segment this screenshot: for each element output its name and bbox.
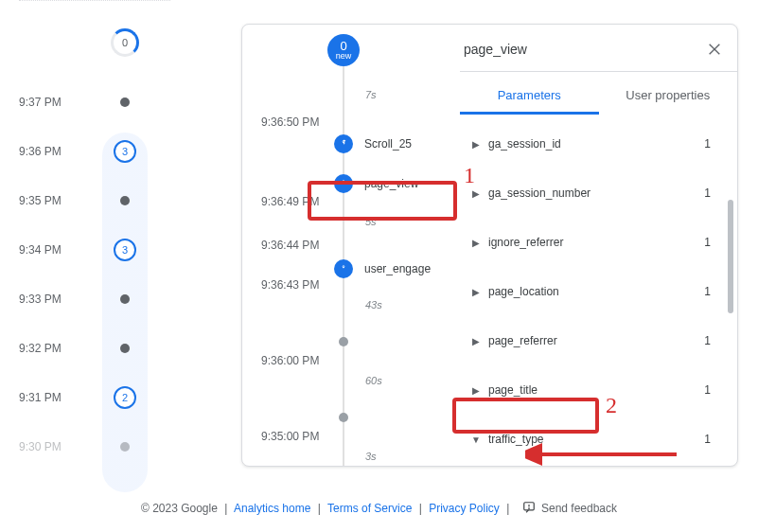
badge-label: new	[336, 52, 352, 61]
scrollbar-thumb[interactable]	[728, 200, 733, 313]
tab-user-properties[interactable]: User properties	[599, 79, 738, 115]
parameter-list: ▶ ga_session_id 1 ▶ ga_session_number 1 …	[460, 119, 720, 466]
event-label: page_view	[364, 177, 418, 190]
event-delta: 7s	[365, 89, 377, 100]
timeline-item[interactable]: 9:31 PM 2	[0, 379, 189, 417]
event-time: 9:36:50 PM	[261, 115, 319, 129]
timeline-item[interactable]: 9:37 PM	[0, 83, 189, 121]
annotation-arrow	[525, 440, 686, 469]
close-button[interactable]	[703, 38, 726, 61]
timeline-time: 9:33 PM	[19, 293, 62, 306]
timeline-time: 9:35 PM	[19, 194, 62, 207]
event-time: 9:36:43 PM	[261, 278, 319, 292]
scroll-icon	[334, 134, 353, 153]
scrollbar[interactable]	[728, 115, 733, 436]
close-icon	[707, 42, 722, 57]
param-row-page-referrer[interactable]: ▶ page_referrer 1	[460, 316, 720, 365]
param-row-ga-session-number[interactable]: ▶ ga_session_number 1	[460, 168, 720, 218]
pageview-icon	[334, 174, 353, 193]
param-value: 1	[704, 236, 720, 249]
annotation-number-1: 1	[464, 163, 475, 188]
timeline-node-count: 2	[114, 386, 136, 409]
footer-link-tos[interactable]: Terms of Service	[327, 502, 412, 515]
timeline-time: 9:36 PM	[19, 145, 62, 158]
event-stream: 0 new 7s 9:36:50 PM Scroll_25 page_view …	[242, 25, 446, 466]
feedback-icon	[522, 501, 536, 517]
annotation-number-2: 2	[606, 393, 617, 418]
event-label: Scroll_25	[364, 137, 412, 151]
event-label: user_engage	[364, 262, 431, 275]
timeline-node-count: 3	[114, 140, 136, 163]
param-row-page-location[interactable]: ▶ page_location 1	[460, 267, 720, 316]
event-delta: 43s	[365, 299, 382, 310]
event-marker	[242, 413, 360, 422]
footer: © 2023 Google | Analytics home | Terms o…	[0, 501, 758, 517]
param-name: page_title	[483, 383, 704, 397]
new-events-badge[interactable]: 0 new	[327, 34, 360, 66]
param-value: 1	[704, 186, 720, 200]
event-time: 9:36:49 PM	[261, 195, 319, 208]
event-user-engage[interactable]: user_engage	[242, 259, 431, 278]
event-time: 9:35:00 PM	[261, 430, 319, 443]
timeline-item[interactable]: 9:33 PM	[0, 280, 189, 318]
expand-icon: ▶	[469, 385, 483, 396]
timeline-node-dot	[120, 442, 130, 452]
event-detail-panel: 0 new 7s 9:36:50 PM Scroll_25 page_view …	[241, 24, 738, 467]
event-delta: 3s	[365, 451, 377, 462]
event-delta: 5s	[365, 216, 377, 227]
footer-send-feedback[interactable]: Send feedback	[541, 502, 617, 515]
param-name: ignore_referrer	[483, 236, 704, 249]
timeline-node-count: 3	[114, 239, 136, 261]
tab-parameters[interactable]: Parameters	[460, 79, 599, 115]
event-page-view[interactable]: page_view	[242, 174, 418, 193]
param-value: 1	[704, 433, 720, 446]
footer-link-analytics-home[interactable]: Analytics home	[234, 502, 310, 515]
timeline-node-dot	[120, 294, 130, 304]
timeline-time: 9:31 PM	[19, 391, 62, 404]
param-value: 1	[704, 383, 720, 397]
timeline-item[interactable]: 9:34 PM 3	[0, 231, 189, 269]
divider	[19, 0, 170, 1]
timeline-top-node[interactable]: 0	[111, 28, 139, 57]
param-row-ga-session-id[interactable]: ▶ ga_session_id 1	[460, 119, 720, 168]
param-name: ga_session_id	[483, 137, 704, 151]
param-value: 1	[704, 334, 720, 347]
event-detail-right: page_view Parameters User properties ▶ g…	[460, 25, 737, 466]
copyright: © 2023 Google	[141, 502, 218, 515]
param-row-page-title[interactable]: ▶ page_title 1	[460, 365, 720, 415]
event-delta: 60s	[365, 375, 382, 386]
param-name: page_referrer	[483, 334, 704, 347]
svg-point-5	[528, 508, 529, 509]
param-name: ga_session_number	[483, 186, 704, 200]
dot-icon	[339, 413, 348, 422]
timeline-item[interactable]: 9:30 PM	[0, 428, 189, 466]
expand-icon: ▶	[469, 139, 483, 150]
expand-icon: ▶	[469, 287, 483, 297]
timeline-item[interactable]: 9:35 PM	[0, 182, 189, 220]
left-timeline: 0 9:37 PM 9:36 PM 3 9:35 PM 9:34 PM 3 9:…	[0, 0, 189, 492]
expand-icon: ▶	[469, 238, 483, 248]
param-value: 1	[704, 137, 720, 151]
param-name: page_location	[483, 285, 704, 298]
timeline-time: 9:32 PM	[19, 342, 62, 355]
footer-link-privacy[interactable]: Privacy Policy	[429, 502, 500, 515]
expand-icon: ▶	[469, 188, 483, 199]
event-time: 9:36:44 PM	[261, 239, 319, 252]
collapse-icon: ▼	[469, 434, 483, 445]
detail-tabs: Parameters User properties	[460, 79, 737, 115]
timeline-node-dot	[120, 196, 130, 205]
timeline-time: 9:30 PM	[19, 440, 62, 453]
expand-icon: ▶	[469, 336, 483, 346]
detail-title: page_view	[460, 42, 703, 57]
detail-header: page_view	[460, 34, 737, 72]
timeline-item[interactable]: 9:36 PM 3	[0, 133, 189, 170]
param-row-ignore-referrer[interactable]: ▶ ignore_referrer 1	[460, 218, 720, 267]
event-marker	[242, 337, 360, 346]
timeline-time: 9:37 PM	[19, 96, 62, 109]
timeline-node-dot	[120, 98, 130, 107]
dot-icon	[339, 337, 348, 346]
event-time: 9:36:00 PM	[261, 354, 319, 367]
event-scroll[interactable]: Scroll_25	[242, 134, 412, 153]
timeline-item[interactable]: 9:32 PM	[0, 329, 189, 367]
timeline-node-dot	[120, 344, 130, 353]
